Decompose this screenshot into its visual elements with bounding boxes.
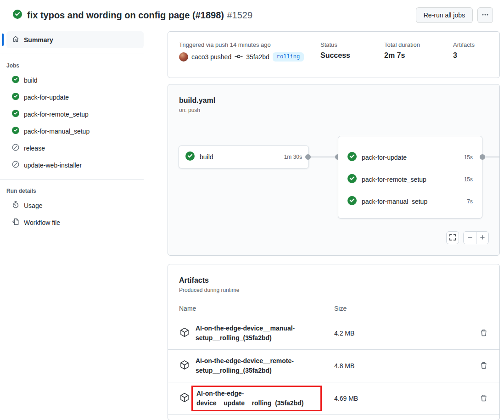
column-header-name: Name — [179, 305, 334, 312]
run-number: #1529 — [227, 10, 252, 20]
zoom-in-button[interactable] — [476, 232, 488, 244]
check-circle-icon — [347, 152, 357, 163]
minus-icon — [467, 235, 473, 241]
sidebar-item-usage[interactable]: Usage — [6, 197, 144, 214]
rerun-all-jobs-button[interactable]: Re-run all jobs — [416, 7, 473, 23]
check-circle-icon — [185, 151, 195, 162]
zoom-controls — [463, 231, 489, 244]
trash-icon — [480, 394, 487, 403]
artifacts-subtitle: Produced during runtime — [179, 287, 488, 293]
package-icon — [179, 392, 190, 405]
graph-node-pack-for-remote-setup[interactable]: pack-for-remote_setup 15s — [338, 168, 482, 190]
sidebar-job-pack-for-update[interactable]: pack-for-update — [6, 89, 144, 106]
job-label: update-web-installer — [24, 162, 82, 169]
git-commit-icon — [235, 53, 243, 62]
file-code-icon — [12, 218, 19, 227]
workflow-graph-card: build.yaml on: push build 1m 30s pack-fo… — [168, 84, 500, 256]
job-label: pack-for-update — [24, 94, 69, 101]
divider — [0, 54, 144, 54]
graph-node-label: pack-for-remote_setup — [362, 176, 426, 183]
status-value: Success — [320, 51, 384, 60]
sidebar-item-label: Summary — [24, 36, 53, 44]
sidebar-job-release[interactable]: release — [6, 140, 144, 157]
artifacts-table-header: Name Size — [168, 293, 499, 317]
sidebar-job-pack-for-remote-setup[interactable]: pack-for-remote_setup — [6, 106, 144, 123]
graph-node-duration: 15s — [464, 154, 473, 161]
artifact-name-link[interactable]: AI-on-the-edge-device__update__rolling_(… — [196, 389, 317, 408]
branch-badge[interactable]: rolling — [273, 52, 304, 62]
trash-icon — [480, 362, 487, 370]
artifact-name-link[interactable]: AI-on-the-edge-device__remote-setup__rol… — [196, 356, 324, 375]
delete-artifact-button[interactable] — [479, 393, 488, 404]
run-details-heading: Run details — [6, 188, 157, 194]
artifacts-count-value: 3 — [453, 51, 488, 60]
artifact-name-link[interactable]: AI-on-the-edge-device__manual-setup__rol… — [196, 324, 324, 343]
graph-node-build[interactable]: build 1m 30s — [179, 146, 309, 168]
check-circle-icon — [347, 174, 357, 185]
job-label: pack-for-manual_setup — [24, 128, 90, 135]
sidebar: Summary Jobs build pack-for-update pack-… — [0, 31, 157, 231]
sidebar-job-update-web-installer[interactable]: update-web-installer — [6, 157, 144, 174]
fit-view-button[interactable] — [446, 231, 459, 244]
success-check-icon — [13, 10, 22, 21]
graph-job-group: pack-for-update 15s pack-for-remote_setu… — [338, 136, 482, 218]
delete-artifact-button[interactable] — [479, 361, 488, 371]
package-icon — [179, 359, 190, 372]
graph-node-duration: 15s — [464, 176, 473, 183]
check-circle-icon — [347, 196, 357, 207]
skipped-circle-icon — [12, 161, 19, 169]
package-icon — [179, 327, 190, 340]
stat-label: Total duration — [384, 41, 453, 48]
skipped-circle-icon — [12, 144, 19, 152]
stat-label: Artifacts — [453, 41, 488, 48]
artifacts-title: Artifacts — [179, 276, 488, 285]
duration-value: 2m 7s — [384, 51, 453, 60]
check-circle-icon — [12, 76, 19, 84]
stat-label: Status — [320, 41, 384, 48]
sidebar-job-pack-for-manual-setup[interactable]: pack-for-manual_setup — [6, 123, 144, 140]
job-label: pack-for-remote_setup — [24, 111, 89, 118]
job-label: release — [24, 145, 45, 152]
graph-node-label: pack-for-update — [362, 154, 407, 161]
main-content: Triggered via push 14 minutes ago caco3 … — [168, 31, 500, 420]
run-detail-label: Usage — [24, 202, 42, 209]
trash-icon — [480, 329, 487, 338]
avatar[interactable] — [179, 52, 188, 62]
triggered-text: Triggered via push 14 minutes ago — [179, 41, 320, 48]
workflow-trigger: on: push — [179, 107, 499, 113]
active-indicator — [2, 34, 4, 46]
graph-node-label: build — [200, 153, 213, 161]
check-circle-icon — [12, 93, 19, 101]
divider — [0, 179, 144, 179]
fullscreen-icon — [449, 234, 456, 242]
plus-icon — [480, 235, 485, 241]
artifacts-card: Artifacts Produced during runtime Name S… — [168, 264, 500, 420]
run-detail-label: Workflow file — [24, 219, 60, 226]
zoom-out-button[interactable] — [464, 232, 476, 244]
graph-edge-dot — [480, 154, 485, 160]
graph-node-pack-for-manual-setup[interactable]: pack-for-manual_setup 7s — [338, 190, 482, 213]
delete-artifact-button[interactable] — [479, 328, 488, 339]
graph-node-label: pack-for-manual_setup — [362, 198, 427, 205]
sidebar-item-summary[interactable]: Summary — [6, 31, 144, 48]
kebab-icon — [482, 11, 489, 20]
graph-node-duration: 7s — [467, 198, 473, 205]
artifact-size: 4.69 MB — [334, 395, 426, 402]
graph-edge-dot — [305, 154, 311, 160]
sidebar-job-build[interactable]: build — [6, 72, 144, 89]
actor-text[interactable]: caco3 pushed — [191, 53, 231, 61]
stopwatch-icon — [12, 201, 19, 210]
run-header: fix typos and wording on config page (#1… — [0, 0, 504, 31]
column-header-size: Size — [334, 305, 347, 312]
sidebar-item-workflow-file[interactable]: Workflow file — [6, 214, 144, 231]
commit-sha-link[interactable]: 35fa2bd — [246, 53, 269, 61]
kebab-menu-button[interactable] — [477, 7, 493, 23]
artifact-row: AI-on-the-edge-device__update__rolling_(… — [168, 382, 499, 415]
graph-node-duration: 1m 30s — [284, 154, 302, 160]
check-circle-icon — [12, 110, 19, 118]
check-circle-icon — [12, 127, 19, 135]
artifact-row: AI-on-the-edge-device__manual-setup__rol… — [168, 317, 499, 350]
graph-node-pack-for-update[interactable]: pack-for-update 15s — [338, 146, 482, 168]
artifact-row: AI-on-the-edge-device__remote-setup__rol… — [168, 350, 499, 382]
graph-edge — [308, 157, 338, 157]
